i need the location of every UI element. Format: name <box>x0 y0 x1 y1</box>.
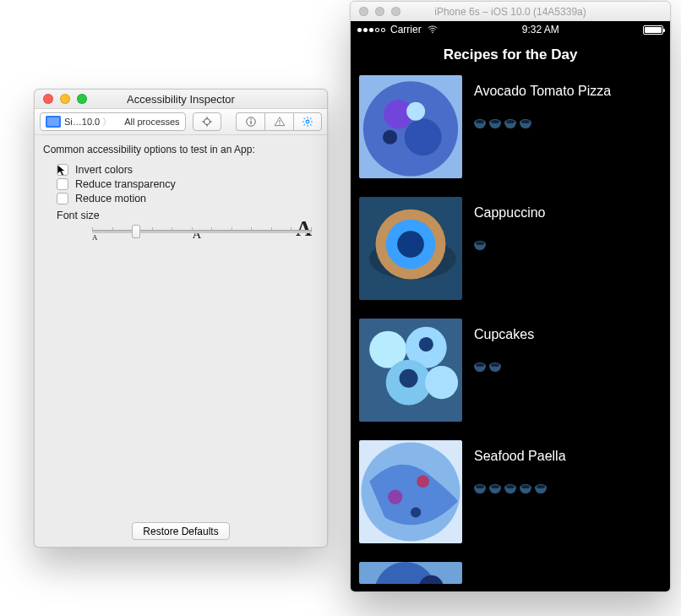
cursor-icon <box>57 164 67 177</box>
svg-point-30 <box>411 507 421 517</box>
recipe-rating <box>474 241 546 250</box>
element-inspection-button[interactable] <box>193 112 221 131</box>
section-heading: Common accessibility options to test in … <box>43 144 319 155</box>
option-label: Invert colors <box>75 164 133 176</box>
svg-point-28 <box>388 490 402 504</box>
audit-tab-button[interactable] <box>264 112 293 131</box>
app-title: Recipes for the Day <box>351 38 670 75</box>
chevron-right-icon: 〉 <box>100 116 114 128</box>
option-invert-colors[interactable]: Invert colors <box>57 164 319 176</box>
target-process-label: All processes <box>124 117 179 127</box>
option-reduce-motion[interactable]: Reduce motion <box>57 193 319 204</box>
svg-rect-3 <box>250 119 251 120</box>
window-titlebar[interactable]: Accessibility Inspector <box>35 90 327 108</box>
svg-rect-4 <box>279 120 280 123</box>
font-size-slider[interactable] <box>92 230 312 233</box>
recipe-name: Cupcakes <box>474 327 534 342</box>
recipe-row[interactable]: Seafood Paella <box>359 440 662 543</box>
svg-point-11 <box>405 118 442 155</box>
recipe-thumbnail <box>359 562 462 584</box>
battery-icon <box>643 25 663 35</box>
svg-rect-5 <box>279 123 280 124</box>
clock-label: 9:32 AM <box>522 24 559 35</box>
simulator-titlebar[interactable]: iPhone 6s – iOS 10.0 (14A5339a) <box>351 2 670 21</box>
recipe-name: Avocado Tomato Pizza <box>474 84 611 99</box>
recipe-thumbnail <box>359 440 462 543</box>
gear-icon <box>302 116 313 128</box>
simulator-title: iPhone 6s – iOS 10.0 (14A5339a) <box>351 6 670 18</box>
svg-point-23 <box>425 366 458 399</box>
option-label: Reduce motion <box>75 193 146 204</box>
recipe-name: Seafood Paella <box>474 449 566 464</box>
carrier-label: Carrier <box>390 24 422 35</box>
option-label: Reduce transparency <box>75 178 176 190</box>
svg-point-25 <box>419 337 433 352</box>
ios-simulator-window: iPhone 6s – iOS 10.0 (14A5339a) Carrier … <box>350 1 671 592</box>
accessibility-inspector-window: Accessibility Inspector Si…10.0 〉 All pr… <box>34 89 328 548</box>
svg-point-6 <box>306 120 309 123</box>
info-icon <box>245 116 257 128</box>
recipe-list[interactable]: Avocado Tomato Pizza <box>351 75 670 591</box>
recipe-name: Cappuccino <box>474 205 546 221</box>
inspection-target-picker[interactable]: Si…10.0 〉 All processes <box>40 112 186 131</box>
svg-rect-2 <box>250 121 251 124</box>
svg-point-12 <box>406 102 425 121</box>
crosshair-icon <box>201 116 213 128</box>
svg-point-29 <box>417 475 429 488</box>
simulator-icon <box>46 116 61 128</box>
wifi-icon <box>427 24 439 35</box>
svg-point-0 <box>204 119 210 125</box>
warning-icon <box>274 116 286 128</box>
settings-tab-button[interactable] <box>293 112 322 131</box>
recipe-row[interactable]: Cappuccino <box>359 197 662 300</box>
checkbox[interactable] <box>57 193 68 204</box>
recipe-rating <box>474 363 534 372</box>
recipe-thumbnail <box>359 197 462 300</box>
target-host-label: Si…10.0 <box>64 117 100 127</box>
recipe-row[interactable]: Avocado Tomato Pizza <box>359 75 662 178</box>
svg-point-13 <box>383 130 397 144</box>
checkbox[interactable] <box>57 178 68 190</box>
svg-point-7 <box>432 32 433 34</box>
recipe-thumbnail <box>359 319 462 422</box>
recipe-rating <box>474 484 566 493</box>
checkbox[interactable] <box>57 164 68 176</box>
toolbar: Si…10.0 〉 All processes <box>35 108 327 135</box>
recipe-row[interactable] <box>359 562 662 584</box>
toolbar-tabs <box>236 112 322 131</box>
info-tab-button[interactable] <box>236 112 264 131</box>
restore-defaults-button[interactable]: Restore Defaults <box>132 522 229 540</box>
svg-point-18 <box>397 231 424 258</box>
status-bar: Carrier 9:32 AM <box>351 21 670 38</box>
recipe-thumbnail <box>359 75 462 178</box>
slider-knob[interactable] <box>132 225 140 238</box>
recipe-row[interactable]: Cupcakes <box>359 319 662 422</box>
signal-strength-icon <box>357 28 385 32</box>
recipe-rating <box>474 119 611 128</box>
option-reduce-transparency[interactable]: Reduce transparency <box>57 178 319 190</box>
device-screen: Carrier 9:32 AM Recipes for the Day <box>351 21 670 591</box>
window-title: Accessibility Inspector <box>35 93 327 106</box>
svg-point-24 <box>400 369 418 388</box>
